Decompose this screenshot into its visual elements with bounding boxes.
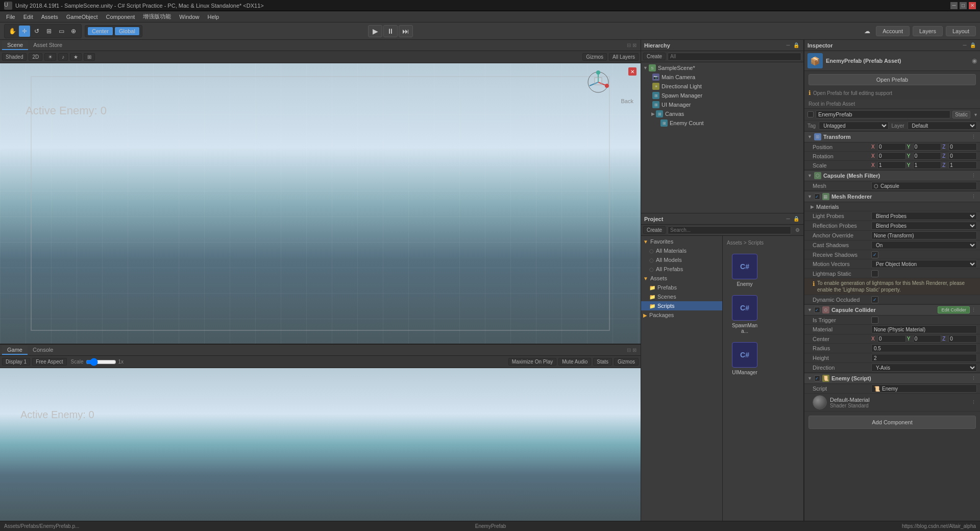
scale-x-input[interactable]	[877, 161, 906, 169]
anchor-override-field[interactable]: None (Transform)	[871, 231, 977, 239]
scene-audio-btn[interactable]: ♪	[58, 53, 68, 61]
is-trigger-checkbox[interactable]	[871, 317, 878, 324]
hierarchy-item-directionallight[interactable]: ☀ Directional Light	[641, 82, 803, 91]
pause-button[interactable]: ⏸	[383, 25, 398, 37]
scene-scene-btn[interactable]: ⊞	[84, 53, 95, 61]
script-field[interactable]: 📜 Enemy	[871, 384, 977, 393]
capsulecollider-enable-checkbox[interactable]	[814, 307, 820, 313]
project-scenes[interactable]: 📁Scenes	[641, 292, 722, 301]
game-tab[interactable]: Game	[2, 346, 28, 355]
scene-fx-btn[interactable]: ★	[70, 53, 82, 61]
display-dropdown[interactable]: Display 1	[2, 358, 30, 366]
inspector-select-btn[interactable]: ◉	[972, 57, 977, 64]
project-search-input[interactable]	[668, 226, 791, 234]
hierarchy-item-canvas[interactable]: ▶ ⊞ Canvas	[641, 109, 803, 118]
aspect-dropdown[interactable]: Free Aspect	[32, 358, 66, 366]
menu-window[interactable]: Window	[175, 13, 203, 21]
project-favorites[interactable]: ▼Favorites	[641, 237, 722, 246]
gizmos-dropdown[interactable]: Gizmos	[582, 53, 607, 61]
center-z-input[interactable]	[948, 335, 977, 343]
radius-input[interactable]	[871, 344, 977, 352]
light-probes-select[interactable]: Blend Probes	[871, 212, 977, 220]
add-component-button[interactable]: Add Component	[808, 416, 976, 429]
center-x-input[interactable]	[877, 335, 906, 343]
layer-select[interactable]: Default	[908, 122, 977, 130]
menu-component[interactable]: Component	[102, 13, 139, 21]
mute-audio-btn[interactable]: Mute Audio	[558, 358, 591, 366]
motion-vectors-select[interactable]: Per Object Motion	[871, 260, 977, 268]
project-all-materials[interactable]: ◌All Materials	[641, 246, 722, 255]
reflection-probes-select[interactable]: Blend Probes	[871, 222, 977, 230]
menu-assets[interactable]: Assets	[37, 13, 62, 21]
tag-select[interactable]: Untagged	[819, 122, 888, 130]
transform-component-header[interactable]: ▼ ⊞ Transform ⋮	[804, 131, 980, 142]
cast-shadows-select[interactable]: On	[871, 241, 977, 249]
center-button[interactable]: Center	[87, 27, 113, 36]
receive-shadows-checkbox[interactable]	[871, 251, 878, 258]
project-options-btn[interactable]: ⚙	[793, 226, 801, 234]
project-prefabs[interactable]: 📁Prefabs	[641, 283, 722, 292]
hierarchy-item-uimanager[interactable]: ⊞ UI Manager	[641, 100, 803, 109]
scene-tab[interactable]: Scene	[2, 41, 28, 50]
hierarchy-item-spawnmanager[interactable]: ⊞ Spawn Manager	[641, 91, 803, 100]
dynamic-occluded-checkbox[interactable]	[871, 296, 878, 303]
shading-dropdown[interactable]: Shaded	[2, 53, 27, 61]
rot-z-input[interactable]	[948, 152, 977, 160]
menu-help[interactable]: Help	[203, 13, 223, 21]
meshrenderer-options-btn[interactable]: ⋮	[970, 193, 977, 200]
scene-close-button[interactable]: ✕	[628, 67, 636, 76]
dimension-toggle[interactable]: 2D	[29, 53, 42, 61]
multi-tool-button[interactable]: ⊕	[68, 26, 79, 37]
capsulecollider-component-header[interactable]: ▼ ⊙ Capsule Collider Edit Collider ⋮	[804, 304, 980, 316]
hierarchy-item-maincamera[interactable]: 📷 Main Camera	[641, 73, 803, 82]
layers-button[interactable]: Layers	[913, 26, 943, 36]
rotate-tool-button[interactable]: ↺	[31, 26, 42, 37]
pos-y-input[interactable]	[913, 143, 942, 151]
project-packages[interactable]: ▶Packages	[641, 310, 722, 320]
collider-material-field[interactable]: None (Physic Material)	[871, 325, 977, 333]
pos-x-input[interactable]	[877, 143, 906, 151]
static-dropdown[interactable]: ▾	[974, 112, 977, 117]
account-button[interactable]: Account	[876, 26, 910, 36]
close-button[interactable]: ✕	[969, 2, 976, 9]
center-y-input[interactable]	[913, 335, 942, 343]
capsulecollider-options-btn[interactable]: ⋮	[970, 306, 977, 313]
asset-enemy[interactable]: C# Enemy	[727, 252, 763, 289]
materials-foldout[interactable]: ▶ Materials	[804, 202, 980, 211]
move-tool-button[interactable]: ✛	[19, 26, 30, 37]
scene-gizmo[interactable]	[584, 68, 612, 96]
object-name-input[interactable]	[816, 110, 950, 118]
project-all-prefabs[interactable]: ◌All Prefabs	[641, 264, 722, 274]
edit-collider-btn[interactable]: Edit Collider	[938, 306, 970, 313]
rect-tool-button[interactable]: ▭	[56, 26, 67, 37]
menu-file[interactable]: File	[2, 13, 19, 21]
object-enable-checkbox[interactable]	[807, 111, 814, 117]
scale-y-input[interactable]	[913, 161, 942, 169]
asset-uimanager[interactable]: C# UIManager	[727, 340, 763, 377]
height-input[interactable]	[871, 354, 977, 362]
project-scripts[interactable]: 📁Scripts	[641, 301, 722, 310]
meshfilter-options-btn[interactable]: ⋮	[970, 172, 977, 179]
asset-spawnmanager[interactable]: C# SpawnMana...	[727, 293, 763, 336]
hierarchy-search-input[interactable]	[668, 53, 801, 61]
menu-enhanced[interactable]: 增强版功能	[139, 12, 175, 21]
scale-z-input[interactable]	[948, 161, 977, 169]
project-lock-btn[interactable]: 🔒	[792, 215, 800, 223]
layout-button[interactable]: Layout	[946, 26, 976, 36]
menu-gameobject[interactable]: GameObject	[62, 13, 102, 21]
rot-y-input[interactable]	[913, 152, 942, 160]
pos-z-input[interactable]	[948, 143, 977, 151]
scene-light-btn[interactable]: ☀	[44, 53, 56, 61]
meshrenderer-enable-checkbox[interactable]	[814, 194, 820, 200]
inspector-minimize-btn[interactable]: ─	[961, 41, 969, 50]
enemy-script-options-btn[interactable]: ⋮	[970, 375, 977, 382]
asset-store-tab[interactable]: Asset Store	[28, 41, 67, 50]
meshrenderer-component-header[interactable]: ▼ ▦ Mesh Renderer ⋮	[804, 191, 980, 202]
game-gizmos-btn[interactable]: Gizmos	[614, 358, 639, 366]
minimize-button[interactable]: ─	[950, 2, 958, 9]
hierarchy-minimize-btn[interactable]: ─	[784, 41, 792, 50]
mesh-field[interactable]: ⬡ Capsule	[871, 182, 977, 190]
stats-btn[interactable]: Stats	[593, 358, 612, 366]
enemy-script-header[interactable]: ▼ 📜 Enemy (Script) ⋮	[804, 373, 980, 384]
hand-tool-button[interactable]: ✋	[7, 26, 18, 37]
